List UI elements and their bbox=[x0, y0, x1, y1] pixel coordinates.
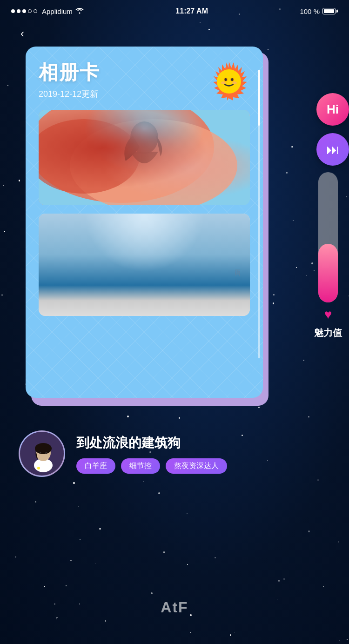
play-icon: ⏭ bbox=[326, 142, 339, 157]
photo-girl bbox=[39, 110, 250, 205]
back-chevron-icon: ‹ bbox=[20, 28, 24, 39]
status-right: 100 % bbox=[300, 7, 338, 15]
svg-point-9 bbox=[39, 110, 214, 203]
avatar-inner bbox=[20, 432, 64, 476]
profile-section: 到处流浪的建筑狗 白羊座 细节控 熬夜资深达人 bbox=[0, 412, 349, 477]
svg-rect-22 bbox=[147, 266, 161, 292]
card-stack: 相册卡 2019-12-12更新 bbox=[26, 47, 268, 398]
xiamen-label: 厦门 bbox=[233, 264, 242, 265]
svg-point-26 bbox=[35, 443, 52, 454]
svg-rect-8 bbox=[39, 110, 250, 205]
back-button[interactable]: ‹ bbox=[14, 25, 31, 42]
profile-tags: 白羊座 细节控 熬夜资深达人 bbox=[76, 458, 330, 474]
status-time: 11:27 AM bbox=[175, 7, 208, 15]
svg-point-5 bbox=[231, 78, 234, 81]
play-button[interactable]: ⏭ bbox=[316, 133, 349, 166]
photo-container: 厦门 bbox=[39, 110, 250, 316]
svg-point-7 bbox=[232, 81, 237, 84]
signal-dot-2 bbox=[17, 9, 20, 13]
hi-label: Hi bbox=[327, 102, 339, 117]
avatar bbox=[19, 430, 65, 477]
carrier-name: Applidium bbox=[42, 7, 73, 15]
atf-text: AtF bbox=[161, 599, 188, 616]
signal-dots bbox=[11, 9, 37, 13]
charm-heart-icon: ♥ bbox=[324, 307, 332, 322]
svg-point-6 bbox=[221, 81, 226, 84]
battery-icon bbox=[322, 8, 338, 14]
photo-item-1 bbox=[39, 110, 250, 205]
svg-point-10 bbox=[70, 119, 237, 205]
wifi-icon bbox=[75, 7, 84, 15]
meter-fill bbox=[318, 244, 338, 302]
photo-item-2: 厦门 bbox=[39, 214, 250, 316]
meter-track bbox=[318, 172, 338, 302]
card-scrollbar-thumb bbox=[258, 70, 260, 126]
battery-tip bbox=[336, 10, 338, 13]
right-sidebar: Hi ⏭ bbox=[316, 93, 349, 166]
signal-dot-3 bbox=[22, 9, 26, 13]
svg-rect-14 bbox=[39, 279, 250, 316]
svg-point-11 bbox=[39, 119, 140, 194]
tag-zodiac[interactable]: 白羊座 bbox=[76, 458, 115, 474]
signal-dot-4 bbox=[28, 9, 32, 13]
svg-point-21 bbox=[146, 251, 161, 268]
card-header: 相册卡 2019-12-12更新 bbox=[39, 60, 250, 101]
signal-dot-1 bbox=[11, 9, 15, 13]
signal-dot-5 bbox=[34, 9, 37, 13]
tag-detail[interactable]: 细节控 bbox=[121, 458, 160, 474]
svg-point-1 bbox=[217, 69, 241, 94]
card-title: 相册卡 bbox=[39, 60, 100, 86]
profile-info: 到处流浪的建筑狗 白羊座 细节控 熬夜资深达人 bbox=[76, 434, 330, 474]
status-bar: Applidium 11:27 AM 100 % bbox=[0, 0, 349, 20]
photo-couple: 厦门 bbox=[39, 214, 250, 316]
svg-rect-19 bbox=[120, 267, 133, 290]
card-subtitle: 2019-12-12更新 bbox=[39, 88, 100, 100]
battery-fill bbox=[324, 9, 334, 13]
svg-rect-13 bbox=[39, 214, 250, 279]
svg-point-4 bbox=[225, 78, 227, 81]
album-card: 相册卡 2019-12-12更新 bbox=[26, 47, 263, 398]
card-scrollbar[interactable] bbox=[258, 70, 260, 358]
svg-point-12 bbox=[130, 121, 158, 154]
tag-night[interactable]: 熬夜资深达人 bbox=[166, 458, 227, 474]
battery-body bbox=[322, 8, 336, 14]
card-title-group: 相册卡 2019-12-12更新 bbox=[39, 60, 100, 100]
svg-rect-17 bbox=[137, 246, 141, 316]
charm-meter: ♥ 魅力值 bbox=[314, 172, 342, 339]
svg-point-20 bbox=[116, 250, 135, 263]
profile-name: 到处流浪的建筑狗 bbox=[76, 434, 330, 452]
status-left: Applidium bbox=[11, 7, 84, 15]
svg-point-18 bbox=[119, 252, 133, 268]
charm-label: 魅力值 bbox=[314, 327, 342, 339]
battery-percent: 100 % bbox=[300, 7, 320, 15]
svg-point-28 bbox=[37, 467, 40, 470]
hi-button[interactable]: Hi bbox=[316, 93, 349, 126]
sun-icon bbox=[208, 60, 250, 101]
main-content: 相册卡 2019-12-12更新 bbox=[0, 42, 349, 398]
